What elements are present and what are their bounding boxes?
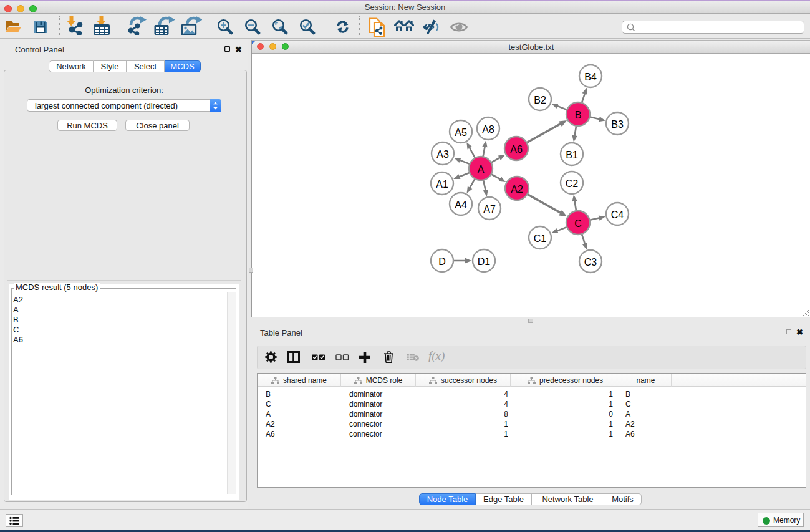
svg-text:B1: B1 xyxy=(566,150,578,160)
svg-text:B3: B3 xyxy=(611,119,624,130)
svg-text:B2: B2 xyxy=(534,95,546,105)
svg-text:C4: C4 xyxy=(611,210,624,220)
svg-text:A5: A5 xyxy=(455,127,467,138)
svg-text:C1: C1 xyxy=(534,233,547,244)
svg-text:C2: C2 xyxy=(566,178,579,189)
svg-text:A1: A1 xyxy=(436,179,448,190)
svg-text:A7: A7 xyxy=(483,204,496,215)
svg-text:B: B xyxy=(575,110,582,120)
svg-text:A4: A4 xyxy=(455,200,467,210)
svg-text:C: C xyxy=(574,218,582,229)
svg-text:A3: A3 xyxy=(436,149,449,160)
svg-text:A8: A8 xyxy=(482,124,494,135)
svg-text:D1: D1 xyxy=(478,256,491,267)
svg-text:A6: A6 xyxy=(510,144,523,155)
svg-text:A: A xyxy=(478,164,485,175)
svg-text:A2: A2 xyxy=(511,184,523,195)
svg-text:D: D xyxy=(438,256,446,267)
svg-text:B4: B4 xyxy=(584,72,597,82)
svg-text:C3: C3 xyxy=(584,257,597,268)
